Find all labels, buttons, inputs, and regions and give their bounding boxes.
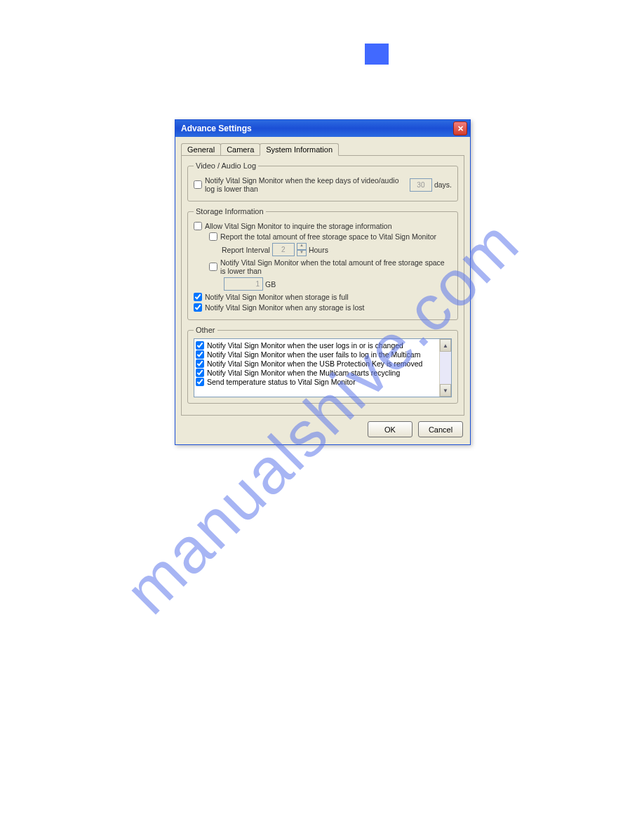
spin-down-icon[interactable]: ▼ — [297, 250, 307, 257]
report-interval-spinner[interactable]: ▲ ▼ — [270, 243, 309, 256]
scroll-up-button[interactable]: ▲ — [440, 339, 451, 352]
notify-full-checkbox[interactable] — [194, 293, 202, 301]
scroll-down-button[interactable]: ▼ — [440, 384, 451, 397]
notify-lost-row: Notify Vital Sign Monitor when any stora… — [194, 303, 452, 312]
report-interval-row: Report Interval ▲ ▼ Hours — [194, 243, 452, 256]
list-item-checkbox[interactable] — [196, 378, 204, 386]
keep-days-unit: days. — [434, 180, 452, 189]
low-value-row: GB — [194, 277, 452, 291]
other-group: Other Notify Vital Sign Monitor when the… — [187, 326, 458, 404]
decorative-square — [365, 44, 389, 65]
list-item[interactable]: Send temperature status to Vital Sign Mo… — [196, 378, 438, 386]
spin-up-icon[interactable]: ▲ — [297, 243, 307, 250]
notify-full-label: Notify Vital Sign Monitor when storage i… — [205, 293, 349, 301]
low-value-input[interactable] — [224, 277, 263, 291]
list-item[interactable]: Notify Vital Sign Monitor when the Multi… — [196, 369, 438, 377]
storage-legend: Storage Information — [194, 207, 266, 216]
close-button[interactable]: ✕ — [453, 121, 467, 135]
notify-keep-days-checkbox[interactable] — [194, 180, 202, 189]
tab-camera[interactable]: Camera — [220, 143, 260, 155]
report-total-row: Report the total amount of free storage … — [194, 232, 452, 241]
video-audio-legend: Video / Audio Log — [194, 161, 258, 170]
notify-low-label: Notify Vital Sign Monitor when the total… — [220, 258, 452, 275]
report-interval-unit: Hours — [309, 246, 328, 254]
allow-inquire-label: Allow Vital Sign Monitor to inquire the … — [205, 222, 392, 230]
list-content: Notify Vital Sign Monitor when the user … — [194, 339, 439, 397]
list-item-label: Notify Vital Sign Monitor when the USB P… — [207, 359, 422, 368]
allow-inquire-row: Allow Vital Sign Monitor to inquire the … — [194, 222, 452, 230]
allow-inquire-checkbox[interactable] — [194, 222, 202, 230]
low-value-unit: GB — [265, 280, 276, 289]
scrollbar[interactable]: ▲ ▼ — [439, 339, 451, 397]
other-legend: Other — [194, 326, 217, 334]
notify-lost-label: Notify Vital Sign Monitor when any stora… — [205, 303, 364, 312]
notify-keep-days-label: Notify Vital Sign Monitor when the keep … — [205, 176, 408, 193]
titlebar: Advance Settings ✕ — [175, 120, 470, 137]
chevron-down-icon: ▼ — [443, 388, 448, 394]
list-item-label: Notify Vital Sign Monitor when the Multi… — [207, 369, 400, 377]
list-item-checkbox[interactable] — [196, 350, 204, 359]
tab-general[interactable]: General — [181, 143, 221, 155]
list-item-label: Notify Vital Sign Monitor when the user … — [207, 341, 403, 350]
list-item-checkbox[interactable] — [196, 341, 204, 350]
chevron-up-icon: ▲ — [443, 343, 448, 349]
list-item-checkbox[interactable] — [196, 359, 204, 368]
report-total-checkbox[interactable] — [209, 232, 217, 241]
client-area: General Camera System Information Video … — [175, 137, 470, 444]
list-item[interactable]: Notify Vital Sign Monitor when the user … — [196, 350, 438, 359]
notify-low-checkbox[interactable] — [209, 263, 217, 271]
list-item-label: Send temperature status to Vital Sign Mo… — [207, 378, 356, 386]
tab-body: Video / Audio Log Notify Vital Sign Moni… — [181, 156, 464, 416]
list-item-checkbox[interactable] — [196, 369, 204, 377]
report-total-label: Report the total amount of free storage … — [220, 232, 436, 241]
report-interval-input[interactable] — [272, 243, 295, 256]
report-interval-label: Report Interval — [222, 246, 270, 254]
dialog-title: Advance Settings — [181, 124, 252, 133]
notify-low-row: Notify Vital Sign Monitor when the total… — [194, 258, 452, 275]
cancel-button[interactable]: Cancel — [418, 421, 463, 437]
notify-lost-checkbox[interactable] — [194, 303, 202, 312]
tab-system-information[interactable]: System Information — [260, 143, 339, 156]
video-audio-log-group: Video / Audio Log Notify Vital Sign Moni… — [187, 161, 458, 201]
list-item-label: Notify Vital Sign Monitor when the user … — [207, 350, 420, 359]
list-item[interactable]: Notify Vital Sign Monitor when the user … — [196, 341, 438, 350]
close-icon: ✕ — [457, 125, 464, 133]
notify-full-row: Notify Vital Sign Monitor when storage i… — [194, 293, 452, 301]
ok-button[interactable]: OK — [368, 421, 412, 437]
storage-information-group: Storage Information Allow Vital Sign Mon… — [187, 207, 458, 320]
other-listbox: Notify Vital Sign Monitor when the user … — [194, 338, 452, 397]
button-bar: OK Cancel — [181, 416, 464, 439]
notify-keep-days-row: Notify Vital Sign Monitor when the keep … — [194, 176, 452, 193]
list-item[interactable]: Notify Vital Sign Monitor when the USB P… — [196, 359, 438, 368]
advance-settings-dialog: Advance Settings ✕ General Camera System… — [175, 119, 471, 445]
scroll-track[interactable] — [440, 352, 451, 384]
tab-strip: General Camera System Information — [181, 141, 464, 156]
keep-days-input[interactable] — [410, 178, 432, 192]
